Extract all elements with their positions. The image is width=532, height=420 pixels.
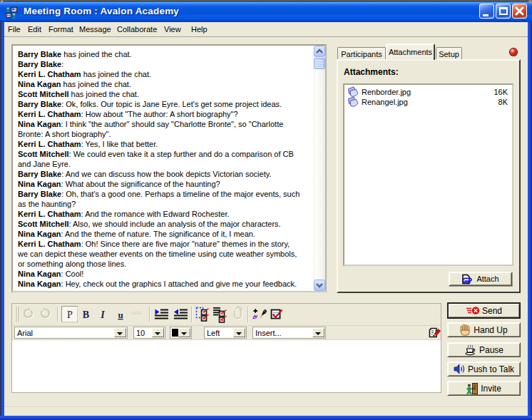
svg-text:B: B bbox=[83, 309, 89, 320]
svg-text:ass: ass bbox=[131, 309, 142, 317]
svg-text:P: P bbox=[67, 309, 73, 320]
svg-text:u: u bbox=[118, 309, 123, 320]
svg-text:I: I bbox=[100, 309, 105, 320]
